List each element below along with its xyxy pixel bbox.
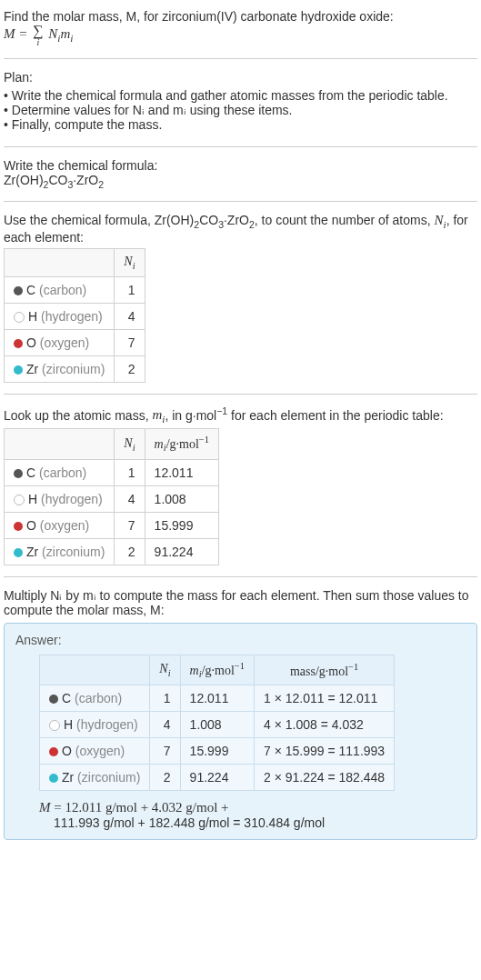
step-label: Use the chemical formula, Zr(OH)2CO3·ZrO… (4, 213, 477, 245)
element-name: (hydrogen) (41, 309, 103, 324)
element-cell: Zr (zirconium) (5, 355, 115, 382)
formula-part: CO (48, 173, 67, 187)
element-name: (carbon) (39, 283, 86, 297)
table-row: O (oxygen) 7 (5, 329, 145, 355)
value-Ni: 4 (115, 485, 145, 512)
element-cell: H (hydrogen) (40, 712, 150, 738)
table-row: Zr (zirconium) 2 91.224 (5, 538, 219, 565)
plan-section: Plan: Write the chemical formula and gat… (4, 65, 477, 141)
element-symbol: O (26, 335, 36, 350)
plan-label: Plan: (4, 70, 477, 85)
element-cell: C (carbon) (5, 459, 115, 485)
table-row: C (carbon) 1 12.011 1 × 12.011 = 12.011 (40, 685, 395, 712)
element-cell: O (oxygen) (5, 329, 115, 355)
value-Ni: 1 (115, 276, 145, 303)
eq-N: N (45, 26, 58, 41)
value-mi: 15.999 (180, 738, 254, 765)
table-row: C (carbon) 1 12.011 (5, 459, 219, 485)
step-atomic-masses: Look up the atomic mass, mi, in g·mol−1 … (4, 400, 477, 571)
table-header-mass: mass/g·mol−1 (255, 655, 395, 685)
element-cell: H (hydrogen) (5, 485, 115, 512)
value-mi: 12.011 (145, 459, 218, 485)
value-mi: 91.224 (145, 538, 218, 565)
element-cell: Zr (zirconium) (40, 765, 150, 791)
table-header-row: Ni (5, 248, 145, 276)
table-row: O (oxygen) 7 15.999 (5, 512, 219, 538)
label-part: , in g·mol (165, 407, 216, 422)
element-symbol: O (26, 518, 36, 533)
formula-part: ·ZrO (224, 213, 249, 227)
table-row: Zr (zirconium) 2 (5, 355, 145, 382)
answer-box: Answer: Ni mi/g·mol−1 mass/g·mol−1 C (ca… (4, 623, 477, 840)
label-part: Use the chemical formula, (4, 213, 155, 227)
table-header-mi: mi/g·mol−1 (180, 655, 254, 685)
table-header-Ni: Ni (115, 429, 145, 459)
value-Ni: 2 (150, 765, 180, 791)
element-symbol: C (26, 465, 35, 480)
value-mi: 12.011 (180, 685, 254, 712)
element-cell: C (carbon) (5, 276, 115, 303)
value-Ni: 2 (115, 538, 145, 565)
value-Ni: 4 (150, 712, 180, 738)
var-m: m (152, 407, 162, 422)
element-swatch-icon (49, 747, 58, 756)
divider (4, 394, 477, 395)
table-header-blank (5, 429, 115, 459)
table-header-Ni: Ni (150, 655, 180, 685)
step-label: Look up the atomic mass, mi, in g·mol−1 … (4, 405, 477, 425)
element-name: (carbon) (39, 465, 86, 480)
element-name: (zirconium) (42, 545, 105, 559)
element-symbol: O (62, 744, 72, 758)
label-part: Look up the atomic mass, (4, 407, 152, 422)
element-name: (zirconium) (42, 362, 105, 376)
plan-list: Write the chemical formula and gather at… (4, 88, 477, 132)
atomic-mass-table: Ni mi/g·mol−1 C (carbon) 1 12.011 H (hyd… (4, 428, 219, 565)
element-swatch-icon (49, 695, 58, 704)
element-name: (oxygen) (40, 335, 89, 350)
element-swatch-icon (14, 365, 23, 375)
element-cell: O (oxygen) (5, 512, 115, 538)
element-swatch-icon (49, 774, 58, 783)
sigma-under: i (33, 38, 43, 47)
plan-item: Determine values for Nᵢ and mᵢ using the… (4, 103, 477, 117)
table-row: O (oxygen) 7 15.999 7 × 15.999 = 111.993 (40, 738, 395, 765)
table-header-mi: mi/g·mol−1 (145, 429, 218, 459)
value-Ni: 7 (115, 512, 145, 538)
table-row: H (hydrogen) 4 1.008 4 × 1.008 = 4.032 (40, 712, 395, 738)
table-row: H (hydrogen) 4 1.008 (5, 485, 219, 512)
element-name: (zirconium) (77, 770, 140, 785)
element-swatch-icon (14, 495, 25, 505)
table-header-row: Ni mi/g·mol−1 (5, 429, 219, 459)
element-symbol: H (28, 492, 37, 506)
value-mi: 91.224 (180, 765, 254, 791)
element-symbol: C (62, 691, 71, 705)
eq-m-sub: i (70, 33, 73, 44)
formula-part: Zr(OH) (4, 173, 44, 187)
label-part: , to count the number of atoms, (255, 213, 435, 227)
element-swatch-icon (14, 339, 23, 348)
element-symbol: H (28, 309, 37, 324)
divider (4, 201, 477, 202)
answer-table: Ni mi/g·mol−1 mass/g·mol−1 C (carbon) 1 … (39, 655, 395, 791)
element-name: (oxygen) (75, 744, 125, 758)
sigma-icon: ∑i (33, 24, 43, 47)
value-Ni: 1 (115, 459, 145, 485)
table-header-row: Ni mi/g·mol−1 mass/g·mol−1 (40, 655, 395, 685)
value-mi: 1.008 (180, 712, 254, 738)
final-sum-line2: 111.993 g/mol + 182.448 g/mol = 310.484 … (54, 815, 466, 830)
table-row: Zr (zirconium) 2 91.224 2 × 91.224 = 182… (40, 765, 395, 791)
label-sup: −1 (216, 405, 227, 416)
formula-part: ·ZrO (73, 173, 98, 187)
table-header-Ni: Ni (115, 248, 145, 276)
value-mass: 7 × 15.999 = 111.993 (255, 738, 395, 765)
step-label: Write the chemical formula: (4, 158, 477, 173)
element-cell: Zr (zirconium) (5, 538, 115, 565)
molar-mass-equation: M = ∑i Nimi (4, 24, 477, 47)
plan-item: Write the chemical formula and gather at… (4, 88, 477, 103)
formula-sub: 2 (98, 179, 104, 190)
element-cell: O (oxygen) (40, 738, 150, 765)
element-name: (hydrogen) (76, 717, 138, 732)
divider (4, 146, 477, 147)
element-symbol: Zr (26, 362, 38, 376)
value-Ni: 4 (115, 303, 145, 329)
